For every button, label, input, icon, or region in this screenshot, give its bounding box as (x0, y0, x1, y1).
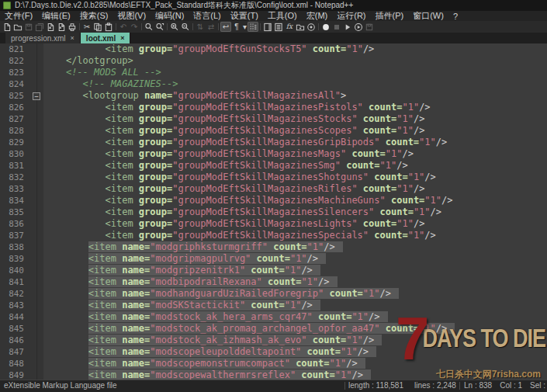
code-line[interactable]: 835 <item group="groupModEftSkillMagazin… (0, 206, 547, 218)
code-line[interactable]: 827 <item group="groupModEftSkillMagazin… (0, 113, 547, 125)
menu-item[interactable]: 工具(O) (263, 11, 302, 21)
code-line[interactable]: 837 <item group="groupModEftSkillMagazin… (0, 230, 547, 241)
code-line[interactable]: 825− <lootgroup name="groupModEftSkillMa… (0, 90, 547, 102)
replace-icon[interactable] (154, 22, 165, 32)
code-line[interactable]: 829 <item group="groupModEftSkillMagazin… (0, 137, 547, 148)
menu-item[interactable]: 窗口(W) (408, 11, 448, 21)
code-area[interactable]: 821 <item group="groupModEftGunStocksT5"… (0, 43, 547, 380)
code-line[interactable]: 830 <item group="groupModEftSkillMagazin… (0, 148, 547, 160)
indent-guide-icon[interactable] (248, 22, 258, 32)
new-file-icon[interactable] (2, 22, 12, 32)
menu-item[interactable]: 运行(R) (332, 11, 370, 21)
code-line[interactable]: 844 <item name="modstock_ak_hera_arms_cq… (0, 311, 547, 323)
code-line[interactable]: 843 <item name="modSKStactickit" count="… (0, 300, 547, 311)
paste-icon[interactable] (103, 22, 114, 32)
code-line[interactable]: 849 <item name="modscopewalthermrsreflex… (0, 369, 547, 380)
code-line[interactable]: 838 <item name="modgriphksturmgriff" cou… (0, 241, 547, 253)
window-title: D:\7.Days.to.Die.v2.0.b285\Mods\EFTX_Pac… (15, 0, 353, 11)
sync-horizontal-icon[interactable]: ⇄ (206, 22, 216, 32)
code-line[interactable]: 847 <item name="modscopeleupolddeltapoin… (0, 346, 547, 358)
save-icon[interactable] (23, 22, 34, 32)
code-line[interactable]: 832 <item group="groupModEftSkillMagazin… (0, 172, 547, 183)
code-text: <item name="modscopeleupolddeltapoint" c… (43, 346, 376, 358)
save-all-icon[interactable] (34, 22, 45, 32)
tab-bar: progression.xml×loot.xml× (0, 33, 547, 43)
code-line[interactable]: 834 <item group="groupModEftSkillMagazin… (0, 195, 547, 206)
fold-margin (31, 55, 43, 67)
fold-margin (31, 311, 43, 323)
open-file-icon[interactable] (12, 22, 23, 32)
close-icon[interactable] (45, 22, 56, 32)
menu-item[interactable]: 文件(F) (0, 11, 37, 21)
menu-item[interactable]: 视图(V) (113, 11, 151, 21)
fold-margin (31, 288, 43, 300)
code-line[interactable]: 840 <item name="modgripzenitrk1" count="… (0, 265, 547, 276)
copy-icon[interactable] (92, 22, 103, 32)
doc-map-icon[interactable] (262, 22, 273, 32)
zoom-out-icon[interactable] (180, 22, 191, 32)
folder-as-workspace-icon[interactable] (295, 22, 306, 32)
print-icon[interactable] (67, 22, 78, 32)
code-line[interactable]: 836 <item group="groupModEftSkillMagazin… (0, 218, 547, 230)
zoom-in-icon[interactable] (169, 22, 180, 32)
code-line[interactable]: 845 <item name="modstock_ak_promag_archa… (0, 323, 547, 335)
fold-margin (31, 160, 43, 172)
code-line[interactable]: 821 <item group="groupModEftGunStocksT5"… (0, 43, 547, 55)
code-text: <item name="modscopemonstrumcompact" cou… (43, 358, 365, 369)
code-line[interactable]: 831 <item group="groupModEftSkillMagazin… (0, 160, 547, 172)
tab-close-icon[interactable]: × (71, 35, 74, 42)
tab-progression.xml[interactable]: progression.xml× (5, 33, 81, 43)
fold-margin (31, 346, 43, 358)
doc-list-icon[interactable] (273, 22, 284, 32)
fold-margin (31, 253, 43, 265)
word-wrap-icon[interactable]: ↩ (220, 22, 231, 32)
code-text: <item group="groupModEftSkillMagazinesMa… (43, 148, 414, 160)
show-all-characters-icon[interactable]: ¶ (231, 22, 242, 32)
code-text: <item group="groupModEftSkillMagazinesLi… (43, 218, 424, 230)
toolbar-separator (141, 23, 142, 30)
code-line[interactable]: 846 <item name="modstock_ak_izhmash_ak_e… (0, 335, 547, 346)
menu-item[interactable]: ? (448, 11, 462, 21)
code-line[interactable]: 841 <item name="modbipodrailRexana" coun… (0, 276, 547, 288)
sync-vertical-icon[interactable]: ⇅ (195, 22, 206, 32)
menu-item[interactable]: 语言(L) (189, 11, 225, 21)
toolbar-separator (260, 23, 261, 30)
menu-item[interactable]: 插件(P) (371, 11, 409, 21)
code-line[interactable]: 826 <item group="groupModEftSkillMagazin… (0, 102, 547, 113)
macro-run-multiple-icon[interactable] (353, 22, 364, 32)
function-list-icon[interactable]: fx (284, 22, 295, 32)
menu-item[interactable]: 搜索(S) (75, 11, 113, 21)
code-line[interactable]: 839 <item name="modgripmagpulrvg" count=… (0, 253, 547, 265)
code-line[interactable]: 824 <!-- MAGAZINES--> (0, 78, 547, 90)
close-all-icon[interactable] (56, 22, 67, 32)
menu-item[interactable]: 设置(T) (226, 11, 263, 21)
dropdown-arrow-icon[interactable]: ▾ (242, 22, 248, 32)
code-line[interactable]: 833 <item group="groupModEftSkillMagazin… (0, 183, 547, 195)
code-line[interactable]: 822 </lootgroup> (0, 55, 547, 67)
menu-item[interactable]: 宏(M) (302, 11, 333, 21)
fold-collapse-icon[interactable]: − (33, 92, 40, 100)
macro-playback-icon[interactable] (342, 22, 353, 32)
tab-loot.xml[interactable]: loot.xml× (81, 33, 131, 43)
macro-save-icon[interactable] (364, 22, 375, 32)
macro-record-icon[interactable] (320, 22, 331, 32)
monitoring-icon[interactable] (306, 22, 317, 32)
tab-close-icon[interactable]: × (120, 35, 124, 42)
code-line[interactable]: 842 <item name="modhandguardUziRailedFor… (0, 288, 547, 300)
undo-icon[interactable]: ↶ (118, 22, 129, 32)
line-number: 830 (0, 148, 31, 160)
find-icon[interactable] (144, 22, 154, 32)
line-number: 822 (0, 55, 31, 67)
line-number: 848 (0, 358, 31, 369)
redo-icon[interactable]: ↷ (129, 22, 140, 32)
macro-stop-icon[interactable] (331, 22, 342, 32)
code-line[interactable]: 848 <item name="modscopemonstrumcompact"… (0, 358, 547, 369)
code-line[interactable]: 828 <item group="groupModEftSkillMagazin… (0, 125, 547, 137)
status-divider (459, 382, 460, 390)
cut-icon[interactable]: ✂ (81, 22, 92, 32)
menu-item[interactable]: 编码(N) (151, 11, 189, 21)
menu-item[interactable]: 编辑(E) (37, 11, 75, 21)
fold-margin (31, 300, 43, 311)
fold-margin: − (31, 90, 43, 102)
code-line[interactable]: 823 <!-- MODS ALL --> (0, 67, 547, 78)
